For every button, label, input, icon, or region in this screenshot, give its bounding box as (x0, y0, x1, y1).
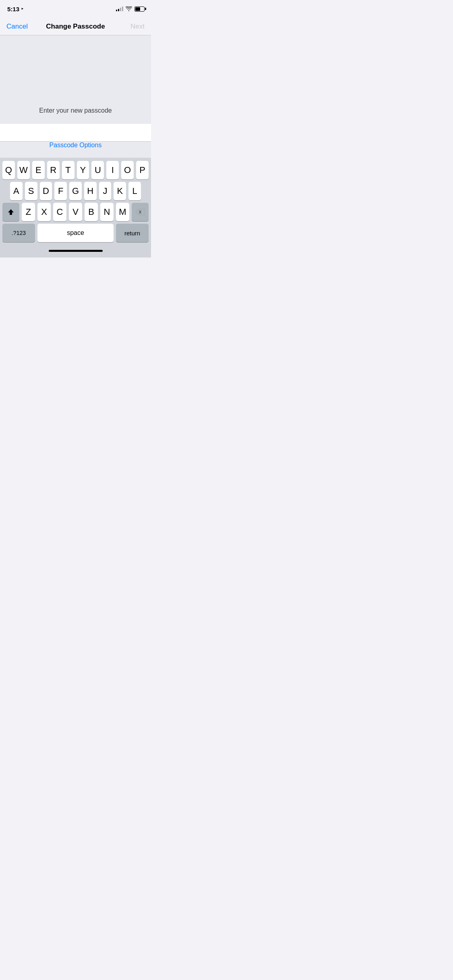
key-o[interactable]: O (121, 161, 134, 179)
key-m[interactable]: M (116, 203, 129, 221)
key-k[interactable]: K (114, 182, 126, 200)
passcode-options-button[interactable]: Passcode Options (50, 142, 102, 149)
signal-bar-3 (120, 8, 121, 11)
passcode-input[interactable] (6, 129, 145, 137)
battery-fill (135, 7, 140, 11)
content-area: Enter your new passcode (0, 35, 151, 124)
key-p[interactable]: P (136, 161, 149, 179)
options-area: Passcode Options (0, 142, 151, 158)
signal-bar-1 (116, 10, 117, 11)
keyboard-row-1: Q W E R T Y U I O P (1, 161, 150, 179)
key-l[interactable]: L (128, 182, 141, 200)
key-b[interactable]: B (85, 203, 98, 221)
keyboard: Q W E R T Y U I O P A S D F G H J K L Z … (0, 158, 151, 244)
key-d[interactable]: D (40, 182, 52, 200)
key-c[interactable]: C (53, 203, 66, 221)
battery-icon (134, 6, 145, 12)
cancel-button[interactable]: Cancel (6, 23, 31, 31)
key-n[interactable]: N (100, 203, 114, 221)
keyboard-row-4: .?123 space return (1, 224, 150, 242)
key-a[interactable]: A (10, 182, 23, 200)
key-j[interactable]: J (99, 182, 112, 200)
key-y[interactable]: Y (77, 161, 89, 179)
signal-bar-2 (118, 9, 119, 11)
key-h[interactable]: H (84, 182, 97, 200)
status-time: 5:13 ‣ (7, 6, 23, 12)
key-s[interactable]: S (25, 182, 37, 200)
nav-title: Change Passcode (31, 23, 120, 31)
next-button: Next (120, 23, 145, 31)
status-bar: 5:13 ‣ (0, 0, 151, 18)
key-u[interactable]: U (91, 161, 104, 179)
delete-key[interactable] (132, 203, 149, 221)
signal-bars (116, 6, 123, 11)
input-row[interactable] (0, 124, 151, 142)
key-z[interactable]: Z (22, 203, 35, 221)
key-e[interactable]: E (32, 161, 45, 179)
key-f[interactable]: F (54, 182, 67, 200)
key-v[interactable]: V (69, 203, 82, 221)
return-key[interactable]: return (116, 224, 149, 242)
key-t[interactable]: T (62, 161, 74, 179)
wifi-icon (126, 6, 132, 11)
key-w[interactable]: W (17, 161, 30, 179)
symbols-key[interactable]: .?123 (2, 224, 35, 242)
key-r[interactable]: R (47, 161, 60, 179)
key-g[interactable]: G (69, 182, 82, 200)
signal-bar-4 (122, 6, 123, 11)
space-key[interactable]: space (37, 224, 114, 242)
nav-bar: Cancel Change Passcode Next (0, 18, 151, 35)
keyboard-row-3: Z X C V B N M (1, 203, 150, 221)
home-bar (49, 250, 103, 252)
keyboard-row-2: A S D F G H J K L (1, 182, 150, 200)
shift-key[interactable] (2, 203, 19, 221)
prompt-text: Enter your new passcode (39, 107, 112, 114)
key-x[interactable]: X (37, 203, 51, 221)
home-indicator (0, 244, 151, 257)
key-q[interactable]: Q (2, 161, 15, 179)
key-i[interactable]: I (106, 161, 119, 179)
location-icon: ‣ (21, 6, 23, 12)
status-icons (116, 6, 145, 12)
